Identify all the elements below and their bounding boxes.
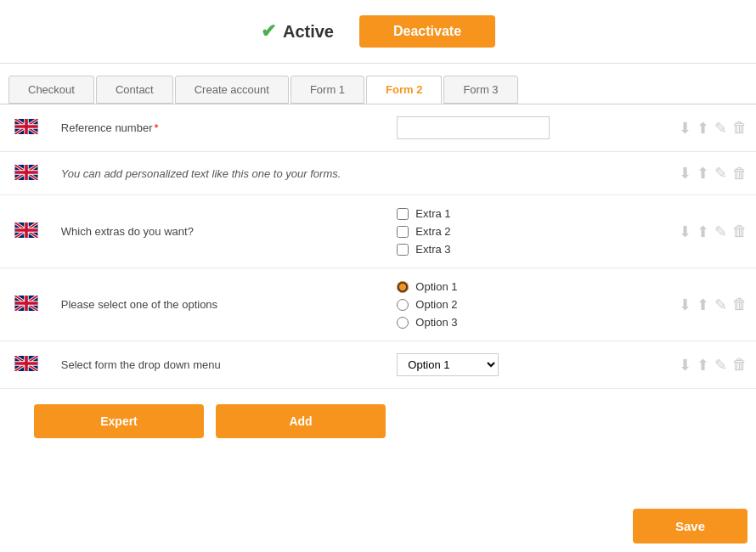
table-row: Which extras do you want? Extra 1 Extra …	[0, 195, 756, 268]
dropdown-select[interactable]: Option 1 Option 2 Option 3	[397, 353, 499, 376]
tabs-bar: Checkout Contact Create account Form 1 F…	[0, 64, 756, 104]
checkbox-extra3-label: Extra 3	[415, 243, 450, 256]
move-up-icon[interactable]: ⬆	[697, 296, 709, 314]
table-row: Please select one of the options Option …	[0, 268, 756, 341]
move-up-icon[interactable]: ⬆	[697, 164, 709, 183]
radio-option3-label: Option 3	[415, 316, 457, 329]
form-table: Reference number* ⬇ ⬆ ✎ 🗑	[0, 104, 756, 389]
radio-cell: Option 1 Option 2 Option 3	[388, 268, 629, 341]
delete-icon[interactable]: 🗑	[732, 165, 748, 183]
delete-icon[interactable]: 🗑	[732, 356, 748, 374]
flag-cell	[0, 341, 53, 389]
delete-icon[interactable]: 🗑	[732, 119, 748, 137]
edit-icon[interactable]: ✎	[714, 222, 727, 241]
checkbox-extra2[interactable]: Extra 2	[397, 225, 621, 238]
radio-option1[interactable]: Option 1	[397, 280, 621, 293]
check-icon: ✔	[261, 20, 276, 42]
radio-option3-input[interactable]	[397, 317, 409, 329]
uk-flag-icon	[14, 228, 38, 240]
active-status: ✔ Active	[261, 20, 334, 42]
deactivate-button[interactable]: Deactivate	[359, 15, 495, 48]
active-label: Active	[283, 22, 334, 42]
tab-form1[interactable]: Form 1	[291, 76, 364, 104]
tab-form2[interactable]: Form 2	[366, 76, 442, 104]
move-down-icon[interactable]: ⬇	[679, 119, 691, 138]
move-down-icon[interactable]: ⬇	[679, 164, 691, 183]
header: ✔ Active Deactivate	[0, 0, 756, 64]
tab-contact[interactable]: Contact	[96, 76, 173, 104]
reference-input[interactable]	[397, 116, 550, 139]
checkbox-extra2-input[interactable]	[397, 226, 409, 238]
edit-icon[interactable]: ✎	[714, 296, 727, 314]
tab-checkout[interactable]: Checkout	[8, 76, 94, 104]
checkbox-extra3[interactable]: Extra 3	[397, 243, 621, 256]
move-down-icon[interactable]: ⬇	[679, 356, 691, 375]
checkbox-extra3-input[interactable]	[397, 244, 409, 256]
move-up-icon[interactable]: ⬆	[697, 119, 709, 138]
input-cell	[388, 104, 629, 152]
checkbox-extra2-label: Extra 2	[415, 225, 450, 238]
personalized-text: You can add personalized text like this …	[53, 152, 630, 195]
move-up-icon[interactable]: ⬆	[697, 356, 709, 375]
radio-option3[interactable]: Option 3	[397, 316, 621, 329]
actions-cell: ⬇ ⬆ ✎ 🗑	[630, 268, 756, 341]
radio-option2[interactable]: Option 2	[397, 298, 621, 311]
table-row: Select form the drop down menu Option 1 …	[0, 341, 756, 389]
move-down-icon[interactable]: ⬇	[679, 222, 691, 241]
radio-option2-input[interactable]	[397, 299, 409, 311]
edit-icon[interactable]: ✎	[714, 164, 727, 183]
field-label: Select form the drop down menu	[53, 341, 389, 389]
flag-cell	[0, 104, 53, 152]
checkbox-cell: Extra 1 Extra 2 Extra 3	[388, 195, 629, 268]
actions-cell: ⬇ ⬆ ✎ 🗑	[630, 104, 756, 152]
checkbox-extra1-label: Extra 1	[415, 207, 450, 220]
flag-cell	[0, 195, 53, 268]
buttons-row: Expert Add	[0, 389, 756, 447]
tab-create-account[interactable]: Create account	[175, 76, 289, 104]
uk-flag-icon	[14, 301, 38, 313]
uk-flag-icon	[14, 361, 38, 374]
edit-icon[interactable]: ✎	[714, 119, 727, 138]
actions-cell: ⬇ ⬆ ✎ 🗑	[630, 152, 756, 195]
delete-icon[interactable]: 🗑	[732, 222, 748, 240]
field-label: Please select one of the options	[53, 268, 389, 341]
table-row: Reference number* ⬇ ⬆ ✎ 🗑	[0, 104, 756, 152]
field-label: Reference number*	[53, 104, 389, 152]
field-label: Which extras do you want?	[53, 195, 389, 268]
delete-icon[interactable]: 🗑	[732, 296, 748, 313]
save-row: Save	[633, 509, 748, 544]
checkbox-extra1[interactable]: Extra 1	[397, 207, 621, 220]
flag-cell	[0, 268, 53, 341]
radio-option1-label: Option 1	[415, 280, 457, 293]
table-row: You can add personalized text like this …	[0, 152, 756, 195]
required-star: *	[154, 121, 158, 134]
actions-cell: ⬇ ⬆ ✎ 🗑	[630, 341, 756, 389]
expert-button[interactable]: Expert	[34, 404, 204, 438]
tab-form3[interactable]: Form 3	[443, 76, 517, 104]
edit-icon[interactable]: ✎	[714, 356, 727, 375]
add-button[interactable]: Add	[216, 404, 386, 438]
save-button[interactable]: Save	[633, 509, 748, 544]
radio-option2-label: Option 2	[415, 298, 457, 311]
actions-cell: ⬇ ⬆ ✎ 🗑	[630, 195, 756, 268]
uk-flag-icon	[14, 170, 38, 183]
uk-flag-icon	[14, 124, 38, 137]
move-down-icon[interactable]: ⬇	[679, 296, 691, 314]
move-up-icon[interactable]: ⬆	[697, 222, 709, 241]
dropdown-cell: Option 1 Option 2 Option 3	[388, 341, 629, 389]
flag-cell	[0, 152, 53, 195]
radio-option1-input[interactable]	[397, 281, 409, 293]
checkbox-extra1-input[interactable]	[397, 208, 409, 220]
